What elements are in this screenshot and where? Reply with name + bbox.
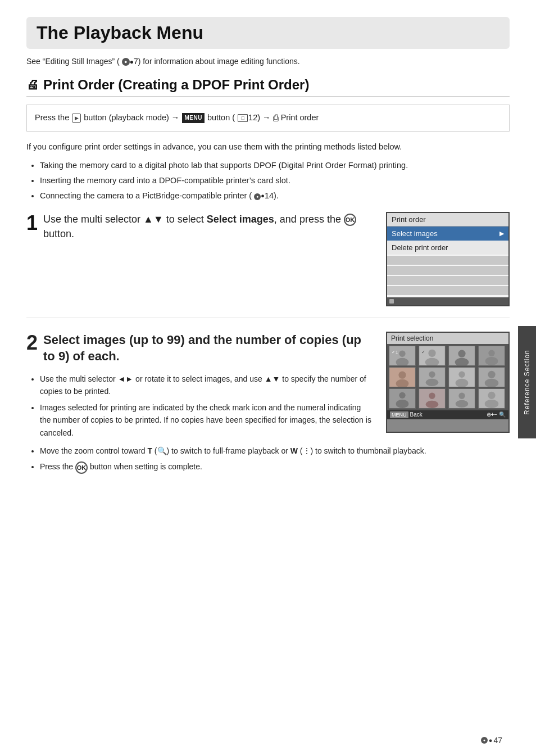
svg-point-37 [485,400,499,408]
print-selection-box: Print selection ✓1 [386,332,510,433]
svg-point-5 [428,349,435,356]
subtitle-line: See “Editing Still Images” ( ●●7) for in… [26,57,510,66]
step2-number: 2 [26,333,38,353]
thumb-cell [389,367,416,387]
print-sel-title: Print selection [387,333,508,344]
step2-heading-wrap: 2 Select images (up to 99) and the numbe… [26,332,373,369]
step1-left: 1 Use the multi selector ▲▼ to select Se… [26,212,373,241]
step1-text: Use the multi selector ▲▼ to select Sele… [43,212,373,241]
ok-button-icon-inline: OK [75,461,88,474]
thumbnail-grid: ✓1 ✓ [387,344,508,410]
print-order-menu: Print order Select images ▶ Delete print… [386,212,510,306]
footer-back-label: Back [410,411,423,418]
page-num-icon2: ● [489,737,493,744]
thumb-cell [389,388,416,409]
step2-bullet-list: Use the multi selector ◄► or rotate it t… [40,373,373,439]
thumb-cell: ✓1 [389,346,416,366]
main-bullet-list: Taking the memory card to a digital phot… [40,159,510,203]
section-heading-text: Print Order (Creating a DPOF Print Order… [43,77,309,93]
title-box: The Playback Menu [26,17,510,49]
svg-point-15 [398,371,406,378]
step2-bullet: Use the multi selector ◄► or rotate it t… [40,373,373,398]
thumb-cell [448,388,475,409]
step1-screenshot: Print order Select images ▶ Delete print… [386,212,510,306]
step2-bullet: Move the zoom control toward T (🔍) to sw… [40,445,510,457]
bullet-item: Taking the memory card to a digital phot… [40,159,510,172]
menu-arrow-icon: ▶ [499,230,504,237]
svg-point-1 [399,350,405,356]
menu-button-icon: MENU [182,113,204,123]
menu-item-label: Delete print order [392,243,448,252]
svg-point-12 [488,350,494,356]
section-heading: 🖨 Print Order (Creating a DPOF Print Ord… [26,77,510,97]
thumb-cell: ✓ [419,346,446,366]
step2-top: 2 Select images (up to 99) and the numbe… [26,332,510,442]
print-sel-footer: MENU Back ⊕+− 🔍 [387,410,508,419]
thumb-cell [448,346,475,366]
menu-empty-row [387,276,508,285]
menu-item-select-images: Select images ▶ [387,227,508,241]
footer-right: ⊕+− 🔍 [487,411,506,418]
thumb-cell [448,367,475,387]
svg-point-19 [426,378,439,386]
bullet-item: Inserting the memory card into a DPOF-co… [40,174,510,187]
step2-heading: Select images (up to 99) and the number … [26,332,373,365]
svg-point-24 [488,370,495,378]
svg-point-13 [485,357,498,365]
menu-title-bar: Print order [387,213,508,227]
page-num-icon1: ● [481,737,488,744]
svg-point-18 [429,371,435,377]
print-order-menu-icon: ⎙ [273,113,279,123]
step2-bullet: Images selected for printing are indicat… [40,401,373,439]
menu-item-label: Select images [392,229,438,238]
intro-text: If you configure print order settings in… [26,141,510,153]
thumb-cell [419,388,446,409]
svg-point-9 [458,350,465,357]
step2-left: 2 Select images (up to 99) and the numbe… [26,332,373,442]
bullet-item: Connecting the camera to a PictBridge-co… [40,189,510,202]
footer-left: MENU Back [390,411,423,418]
menu-footer-indicator [389,299,394,304]
menu-empty-row [387,256,508,265]
reference-section-tab: Reference Section [518,326,536,438]
svg-point-36 [488,391,495,399]
page-title: The Playback Menu [37,22,499,43]
menu-badge-icon: MENU [390,411,408,418]
thumb-cell [478,367,505,387]
page-footer: ●● 47 [481,736,502,745]
page-number: 47 [493,736,502,745]
svg-point-28 [396,400,409,408]
playback-button-icon [72,114,81,123]
svg-point-34 [456,400,469,407]
svg-point-21 [458,371,465,377]
thumb-cell [478,388,505,409]
step1-section: 1 Use the multi selector ▲▼ to select Se… [26,212,510,318]
thumb-cell [478,346,505,366]
svg-point-33 [458,392,465,399]
step2-bullet: Press the OK button when setting is comp… [40,460,510,473]
step2-bullet-list-cont: Move the zoom control toward T (🔍) to sw… [40,445,510,474]
menu-empty-row [387,266,508,275]
page-icon: □ [238,114,248,122]
step2-section: 2 Select images (up to 99) and the numbe… [26,332,510,474]
svg-point-31 [426,400,439,408]
svg-text:✓1: ✓1 [392,350,398,355]
instruction-box: Press the button (playback mode) → MENU … [26,105,510,132]
ok-button-icon: OK [344,214,356,226]
step1-number: 1 [26,213,38,233]
svg-text:✓: ✓ [421,350,425,355]
menu-empty-row [387,286,508,295]
thumb-cell [419,367,446,387]
step2-screenshot: Print selection ✓1 [386,332,510,433]
menu-footer [387,297,508,305]
page-content: The Playback Menu See “Editing Still Ima… [15,0,521,511]
print-order-icon: 🖨 [26,78,39,92]
menu-item-delete-print: Delete print order [387,241,508,255]
svg-point-27 [399,392,405,398]
svg-point-30 [429,392,435,399]
